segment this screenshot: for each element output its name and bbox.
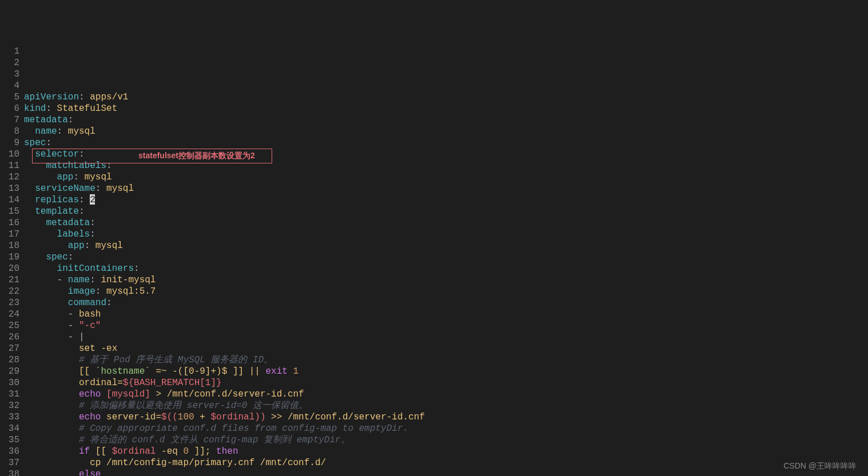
code-token: : (95, 286, 106, 297)
code-token (24, 252, 46, 262)
code-token: >> /mnt/conf.d/server-id.cnf (266, 412, 425, 422)
code-token: $ordinal (112, 446, 156, 457)
code-token (24, 149, 35, 159)
code-token: ordinal= (79, 378, 123, 388)
code-line[interactable]: echo server-id=$((100 + $ordinal)) >> /m… (24, 411, 868, 423)
line-number: 11 (0, 160, 19, 171)
code-token: $(( (161, 412, 178, 422)
line-number: 22 (0, 286, 19, 297)
code-token: : (46, 138, 51, 148)
code-line[interactable]: cp /mnt/config-map/primary.cnf /mnt/conf… (24, 457, 868, 469)
code-line[interactable]: serviceName: mysql (24, 183, 868, 194)
code-line[interactable]: set -ex (24, 343, 868, 354)
code-line[interactable]: echo [mysqld] > /mnt/conf.d/server-id.cn… (24, 389, 868, 400)
line-number: 9 (0, 137, 19, 149)
code-token: name (35, 126, 57, 137)
code-token: # 将合适的 conf.d 文件从 config-map 复制到 emptyDi… (79, 435, 350, 445)
code-token: # 添加偏移量以避免使用 server-id=0 这一保留值。 (79, 401, 308, 411)
line-number: 29 (0, 366, 19, 377)
code-line[interactable]: name: mysql (24, 126, 868, 137)
line-number: 5 (0, 91, 19, 103)
code-token: mysql (85, 172, 112, 182)
code-token: [0-9] (183, 366, 210, 377)
code-line[interactable]: spec: (24, 251, 868, 263)
code-line[interactable]: ordinal=${BASH_REMATCH[1]} (24, 377, 868, 389)
code-token: -eq (156, 446, 183, 457)
line-number: 38 (0, 469, 19, 476)
line-number: 14 (0, 194, 19, 206)
code-token: labels (57, 229, 90, 239)
code-token: mysql (68, 126, 95, 137)
code-token (24, 275, 57, 285)
code-line[interactable]: [[ `hostname` =~ -([0-9]+)$ ]] || exit 1 (24, 366, 868, 377)
line-number-gutter: 1234567891011121314151617181920212223242… (0, 46, 24, 476)
line-number: 31 (0, 389, 19, 400)
code-token: ${BASH_REMATCH[1]} (123, 378, 222, 388)
code-token (24, 446, 79, 457)
code-token: replicas (35, 195, 79, 205)
code-line[interactable]: # 添加偏移量以避免使用 server-id=0 这一保留值。 (24, 400, 868, 411)
code-line[interactable]: command: (24, 297, 868, 309)
code-token: : (90, 275, 101, 285)
code-token: `hostname` (95, 366, 150, 377)
code-token (24, 161, 46, 171)
code-token: : (57, 126, 68, 137)
code-line[interactable]: app: mysql (24, 171, 868, 183)
code-line[interactable]: app: mysql (24, 240, 868, 251)
code-token: set -ex (79, 343, 117, 354)
code-line[interactable]: matchLabels: (24, 160, 868, 171)
line-number: 28 (0, 354, 19, 366)
code-line[interactable]: - "-c" (24, 320, 868, 331)
code-token (24, 218, 46, 228)
code-editor[interactable]: 1234567891011121314151617181920212223242… (0, 46, 868, 476)
code-token (24, 366, 79, 377)
code-line[interactable]: # Copy appropriate conf.d files from con… (24, 423, 868, 434)
code-token: : (79, 195, 90, 205)
code-token: - (57, 275, 68, 285)
code-token (24, 458, 90, 468)
code-token: : (79, 149, 85, 159)
code-token (24, 378, 79, 388)
line-number: 25 (0, 320, 19, 331)
code-line[interactable]: image: mysql:5.7 (24, 286, 868, 297)
code-line[interactable]: - | (24, 331, 868, 343)
code-token: initContainers (57, 263, 134, 274)
code-line[interactable]: kind: StatefulSet (24, 103, 868, 114)
code-token (24, 172, 57, 182)
line-number: 21 (0, 274, 19, 286)
code-line[interactable]: spec: (24, 137, 868, 149)
code-token: - (68, 321, 79, 331)
code-token: else (79, 469, 101, 476)
code-token: : (73, 172, 84, 182)
code-line[interactable]: # 基于 Pod 序号生成 MySQL 服务器的 ID。 (24, 354, 868, 366)
code-token (24, 183, 35, 194)
code-token: # 基于 Pod 序号生成 MySQL 服务器的 ID。 (79, 355, 273, 365)
code-token: $ordinal (210, 412, 254, 422)
code-token: template (35, 206, 79, 217)
code-token: if (79, 446, 90, 457)
code-line[interactable]: apiVersion: apps/v1 (24, 91, 868, 103)
code-line[interactable]: labels: (24, 229, 868, 240)
code-line[interactable]: template: (24, 206, 868, 217)
code-line[interactable]: if [[ $ordinal -eq 0 ]]; then (24, 446, 868, 457)
code-line[interactable]: initContainers: (24, 263, 868, 274)
code-line[interactable]: - bash (24, 309, 868, 320)
line-number: 30 (0, 377, 19, 389)
code-line[interactable]: else (24, 469, 868, 476)
code-line[interactable]: replicas: 2 (24, 194, 868, 206)
line-number: 33 (0, 411, 19, 423)
line-number: 36 (0, 446, 19, 457)
line-number: 4 (0, 80, 19, 91)
code-content[interactable]: statefulset控制器副本数设置为2 apiVersion: apps/v… (24, 46, 868, 476)
line-number: 15 (0, 206, 19, 217)
code-line[interactable]: metadata: (24, 217, 868, 229)
line-number: 24 (0, 309, 19, 320)
code-token: then (216, 446, 238, 457)
code-line[interactable]: metadata: (24, 114, 868, 126)
code-token: mysql (106, 183, 134, 194)
code-token: : (90, 218, 95, 228)
code-token (24, 126, 35, 137)
code-line[interactable]: # 将合适的 conf.d 文件从 config-map 复制到 emptyDi… (24, 434, 868, 446)
line-number: 26 (0, 331, 19, 343)
code-line[interactable]: - name: init-mysql (24, 274, 868, 286)
